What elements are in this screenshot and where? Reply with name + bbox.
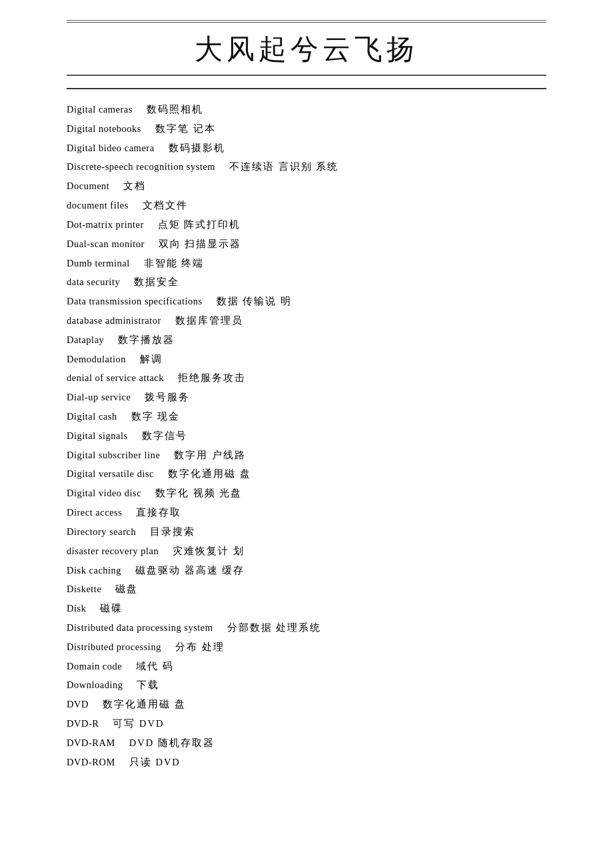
entry-english: Digital versatile disc [67, 468, 154, 479]
list-item: Downloading 下载 [67, 675, 546, 695]
entry-chinese: 数字笔 记本 [144, 123, 216, 134]
entry-english: Digital notebooks [67, 123, 141, 134]
entry-english: Domain code [67, 661, 122, 671]
top-divider [67, 20, 546, 21]
entry-english: document files [67, 200, 129, 211]
entry-chinese: 不连续语 言识别 系统 [218, 161, 338, 172]
list-item: Digital subscriber line 数字用 户线路 [67, 446, 546, 465]
entry-english: disaster recovery plan [67, 546, 159, 556]
entry-chinese: 分布 处理 [164, 642, 225, 652]
entry-chinese: 数字化通用磁 盘 [91, 699, 186, 709]
entry-english: Dataplay [67, 334, 104, 345]
entry-english: Downloading [67, 679, 123, 690]
entry-chinese: 磁盘 [104, 584, 138, 594]
bottom-divider [67, 88, 546, 89]
list-item: disaster recovery plan 灾难恢复计 划 [67, 542, 546, 561]
entry-chinese: 可写 DVD [101, 718, 164, 729]
entry-chinese: 数字信号 [131, 430, 187, 441]
entry-english: database administrator [67, 315, 161, 326]
list-item: DVD-RAM DVD 随机存取器 [67, 733, 546, 753]
entry-chinese: 数字化 视频 光盘 [144, 488, 242, 498]
entry-chinese: 点矩 阵式打印机 [147, 219, 241, 230]
list-item: Demodulation 解调 [67, 350, 546, 369]
entry-english: Disk [67, 603, 86, 614]
list-item: Distributed processing 分布 处理 [67, 638, 546, 657]
entry-english: Directory search [67, 526, 136, 537]
entry-chinese: 数字用 户线路 [163, 450, 246, 460]
entry-english: Distributed processing [67, 642, 161, 652]
list-item: Document 文档 [67, 177, 546, 196]
entry-chinese: 直接存取 [125, 507, 181, 518]
list-item: Digital notebooks 数字笔 记本 [67, 119, 546, 139]
entry-chinese: 非智能 终端 [133, 258, 205, 268]
entry-english: Diskette [67, 584, 101, 594]
list-item: Digital cameras 数码照相机 [67, 100, 546, 119]
entry-english: Data transmission specifications [67, 296, 203, 306]
entry-english: Digital signals [67, 430, 128, 441]
list-item: Digital video disc 数字化 视频 光盘 [67, 484, 546, 503]
entry-chinese: 下载 [125, 679, 159, 690]
entry-chinese: 数码照相机 [135, 104, 203, 115]
entry-chinese: 数据库管理员 [164, 315, 243, 326]
list-item: Disk 磁碟 [67, 599, 546, 618]
list-item: Digital signals 数字信号 [67, 426, 546, 446]
header: 大风起兮云飞扬 [67, 22, 546, 76]
entry-english: DVD-ROM [67, 757, 115, 767]
entry-english: Demodulation [67, 354, 126, 364]
list-item: Domain code 域代 码 [67, 657, 546, 676]
entry-english: Dual-scan monitor [67, 238, 145, 249]
entry-english: Disk caching [67, 565, 121, 576]
entry-english: Digital cash [67, 411, 117, 422]
entry-english: Digital cameras [67, 104, 133, 115]
list-item: Diskette 磁盘 [67, 580, 546, 599]
entry-english: denial of service attack [67, 372, 164, 383]
entry-chinese: 数字播放器 [107, 334, 175, 345]
entry-chinese: 文档文件 [131, 200, 188, 211]
list-item: database administrator 数据库管理员 [67, 311, 546, 330]
entry-chinese: 分部数据 处理系统 [216, 622, 322, 633]
entry-chinese: 灾难恢复计 划 [161, 546, 245, 556]
entry-english: Discrete-speech recognition system [67, 161, 215, 172]
list-item: Digital versatile disc 数字化通用磁 盘 [67, 464, 546, 484]
list-item: Distributed data processing system 分部数据 … [67, 618, 546, 638]
list-item: DVD-ROM 只读 DVD [67, 753, 546, 772]
entry-english: Digital video disc [67, 488, 141, 498]
entry-chinese: 只读 DVD [118, 757, 181, 767]
entry-chinese: 数据 传输说 明 [205, 296, 292, 306]
entry-english: Document [67, 181, 109, 191]
list-item: Dumb terminal 非智能 终端 [67, 254, 546, 273]
list-item: Digital bideo camera 数码摄影机 [67, 139, 546, 158]
entry-english: Digital subscriber line [67, 450, 160, 460]
list-item: document files 文档文件 [67, 196, 546, 215]
list-item: Dual-scan monitor 双向 扫描显示器 [67, 234, 546, 254]
list-item: Data transmission specifications 数据 传输说 … [67, 292, 546, 311]
entry-chinese: 磁盘驱动 器高速 缓存 [124, 565, 245, 576]
list-item: Direct access 直接存取 [67, 503, 546, 522]
list-item: DVD 数字化通用磁 盘 [67, 695, 546, 714]
entry-english: DVD-RAM [67, 737, 115, 748]
list-item: data security 数据安全 [67, 272, 546, 292]
entry-english: Distributed data processing system [67, 622, 213, 633]
entry-chinese: DVD 随机存取器 [118, 737, 215, 748]
entry-chinese: 磁碟 [89, 603, 123, 614]
list-item: DVD-R 可写 DVD [67, 714, 546, 733]
list-item: Digital cash 数字 现金 [67, 407, 546, 426]
entry-chinese: 双向 扫描显示器 [147, 238, 242, 249]
entry-english: Dumb terminal [67, 258, 130, 268]
page-title: 大风起兮云飞扬 [67, 31, 546, 68]
list-item: denial of service attack 拒绝服务攻击 [67, 368, 546, 388]
list-item: Dial-up service 拨号服务 [67, 388, 546, 407]
entry-english: Digital bideo camera [67, 143, 155, 153]
list-item: Dataplay 数字播放器 [67, 330, 546, 350]
entry-chinese: 解调 [129, 354, 163, 364]
entry-chinese: 数据安全 [123, 276, 179, 287]
entry-chinese: 数字 现金 [120, 411, 181, 422]
list-item: Directory search 目录搜索 [67, 522, 546, 542]
entry-english: Dial-up service [67, 392, 131, 402]
entry-list: Digital cameras 数码照相机Digital notebooks 数… [67, 100, 546, 771]
entry-chinese: 数码摄影机 [157, 143, 225, 153]
entry-english: Direct access [67, 507, 122, 518]
entry-english: DVD-R [67, 718, 99, 729]
entry-chinese: 目录搜索 [139, 526, 195, 537]
entry-chinese: 拨号服务 [133, 392, 190, 402]
